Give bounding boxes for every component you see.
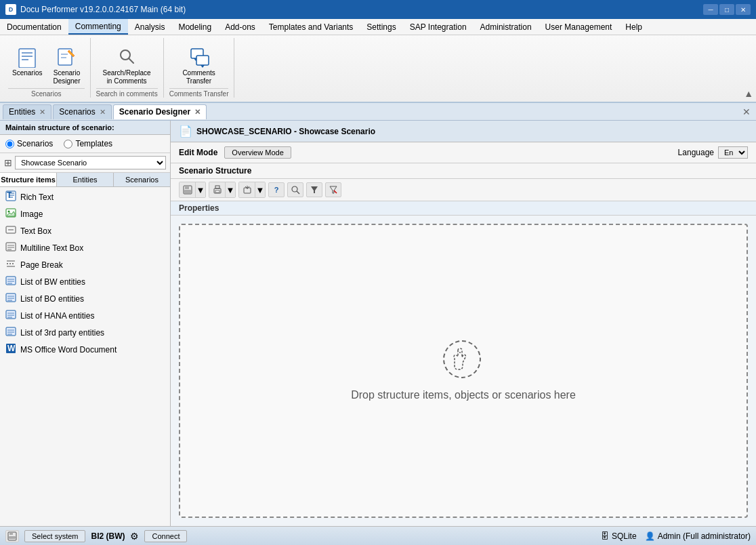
menu-templates[interactable]: Templates and Variants [262, 19, 360, 35]
search-tool-button[interactable] [287, 182, 303, 197]
save-button[interactable] [180, 182, 196, 197]
entities-struct-tab[interactable]: Entities [57, 173, 114, 186]
connect-button[interactable]: Connect [144, 530, 187, 542]
ms-word-icon: W [5, 343, 16, 356]
ms-word-item[interactable]: W MS Office Word Document [0, 341, 170, 358]
rich-text-item[interactable]: T Rich Text [0, 188, 170, 205]
svg-text:W: W [7, 344, 16, 353]
menu-analysis[interactable]: Analysis [128, 19, 172, 35]
svg-rect-48 [185, 186, 189, 189]
scenarios-struct-tab[interactable]: Scenarios [114, 173, 170, 186]
tab-scenarios-close[interactable]: ✕ [100, 108, 106, 117]
menu-settings[interactable]: Settings [360, 19, 402, 35]
search-replace-icon [116, 46, 138, 68]
list-3rd-item[interactable]: List of 3rd party entities [0, 324, 170, 341]
ms-word-label: MS Office Word Document [20, 345, 117, 355]
select-system-button[interactable]: Select system [24, 530, 85, 542]
filter-button[interactable] [306, 182, 322, 197]
export-dropdown-button[interactable]: ▼ [255, 182, 265, 197]
admin-info: 👤 Admin (Full administrator) [645, 531, 751, 541]
tab-scenario-designer[interactable]: Scenario Designer ✕ [113, 104, 207, 119]
scenario-designer-button[interactable]: ScenarioDesigner [49, 43, 84, 88]
menu-sap[interactable]: SAP Integration [403, 19, 474, 35]
structure-tabs: Structure items Entities Scenarios [0, 173, 170, 187]
tab-entities[interactable]: Entities ✕ [3, 104, 51, 119]
system-info: BI2 (BW) [91, 531, 125, 541]
scenarios-button-label: Scenarios [12, 69, 42, 77]
svg-marker-57 [311, 186, 318, 193]
tab-designer-close[interactable]: ✕ [194, 108, 201, 117]
page-break-item[interactable]: Page Break [0, 256, 170, 273]
text-box-label: Text Box [20, 226, 51, 236]
text-box-icon [5, 224, 16, 237]
overview-mode-button[interactable]: Overview Mode [224, 146, 291, 159]
app-icon: D [5, 4, 16, 15]
title-bar: D Docu Performer v19.2.0.0.24167 Main (6… [0, 0, 756, 19]
save-dropdown-button[interactable]: ▼ [196, 182, 205, 197]
edit-mode-label: Edit Mode [179, 148, 217, 157]
ribbon-collapse-button[interactable]: ▲ [744, 88, 753, 99]
comments-transfer-button[interactable]: CommentsTransfer [178, 43, 219, 88]
tab-scenario-designer-label: Scenario Designer [119, 107, 190, 117]
menu-modeling[interactable]: Modeling [171, 19, 218, 35]
print-btn-group: ▼ [209, 182, 236, 198]
svg-line-8 [129, 58, 133, 63]
svg-line-56 [297, 191, 299, 194]
menu-user-mgmt[interactable]: User Management [539, 19, 619, 35]
image-item[interactable]: Image [0, 205, 170, 222]
menu-documentation[interactable]: Documentation [0, 19, 68, 35]
search-replace-button[interactable]: Search/Replacein Comments [99, 43, 155, 88]
search-replace-button-label: Search/Replacein Comments [103, 69, 151, 85]
language-row: Language En [678, 146, 748, 159]
ribbon: Scenarios ScenarioDesigner Scenarios [0, 35, 756, 103]
list-bw-item[interactable]: List of BW entities [0, 273, 170, 290]
list-bo-item[interactable]: List of BO entities [0, 290, 170, 307]
scenario-designer-icon [56, 46, 77, 68]
scenarios-button[interactable]: Scenarios [8, 43, 46, 80]
properties-label: Properties [179, 203, 219, 213]
menu-commenting[interactable]: Commenting [68, 19, 128, 35]
maximize-button[interactable]: □ [719, 4, 734, 15]
list-bo-icon [5, 292, 16, 305]
drop-area[interactable]: Drop structure items, objects or scenari… [179, 224, 748, 518]
svg-rect-62 [9, 532, 13, 535]
tab-strip-close[interactable]: ✕ [740, 106, 753, 117]
structure-items-tab[interactable]: Structure items [0, 173, 57, 186]
scenarios-radio-option[interactable]: Scenarios [5, 139, 53, 148]
scenario-dropdown[interactable]: Showcase Scenario [15, 156, 166, 169]
scenario-title-text: SHOWCASE_SCENARIO - Showcase Scenario [196, 127, 375, 136]
left-panel: Maintain structure of scenario: Scenario… [0, 121, 171, 526]
status-save-button[interactable] [5, 530, 19, 542]
minimize-button[interactable]: ─ [703, 4, 718, 15]
multiline-text-box-icon [5, 241, 16, 254]
scenario-dropdown-row: ⊞ Showcase Scenario [0, 153, 170, 173]
menu-addons[interactable]: Add-ons [218, 19, 262, 35]
export-btn-group: ▼ [238, 182, 266, 198]
tab-scenarios[interactable]: Scenarios ✕ [53, 104, 111, 119]
language-select[interactable]: En [718, 146, 748, 159]
list-bw-label: List of BW entities [20, 277, 85, 287]
ribbon-search-buttons: Search/Replacein Comments [99, 41, 155, 88]
scenarios-radio[interactable] [5, 140, 14, 148]
export-button[interactable] [239, 182, 255, 197]
list-hana-item[interactable]: List of HANA entities [0, 307, 170, 324]
tab-entities-close[interactable]: ✕ [39, 108, 45, 117]
menu-administration[interactable]: Administration [474, 19, 539, 35]
ribbon-group-scenarios: Scenarios ScenarioDesigner Scenarios [3, 38, 91, 98]
close-button[interactable]: ✕ [736, 4, 751, 15]
help-button[interactable]: ? [268, 182, 285, 197]
list-hana-label: List of HANA entities [20, 311, 94, 321]
print-dropdown-button[interactable]: ▼ [226, 182, 235, 197]
svg-marker-12 [201, 65, 205, 68]
list-bo-label: List of BO entities [20, 294, 84, 304]
comments-transfer-button-label: CommentsTransfer [182, 69, 215, 85]
templates-radio-option[interactable]: Templates [64, 139, 112, 148]
templates-radio[interactable] [64, 140, 72, 148]
print-button[interactable] [209, 182, 226, 197]
menu-help[interactable]: Help [618, 19, 649, 35]
text-box-item[interactable]: Text Box [0, 222, 170, 239]
multiline-text-box-item[interactable]: Multiline Text Box [0, 239, 170, 256]
right-panel: 📄 SHOWCASE_SCENARIO - Showcase Scenario … [171, 121, 756, 526]
clear-filter-button[interactable] [325, 182, 341, 197]
status-right: 🗄 SQLite 👤 Admin (Full administrator) [601, 531, 751, 541]
